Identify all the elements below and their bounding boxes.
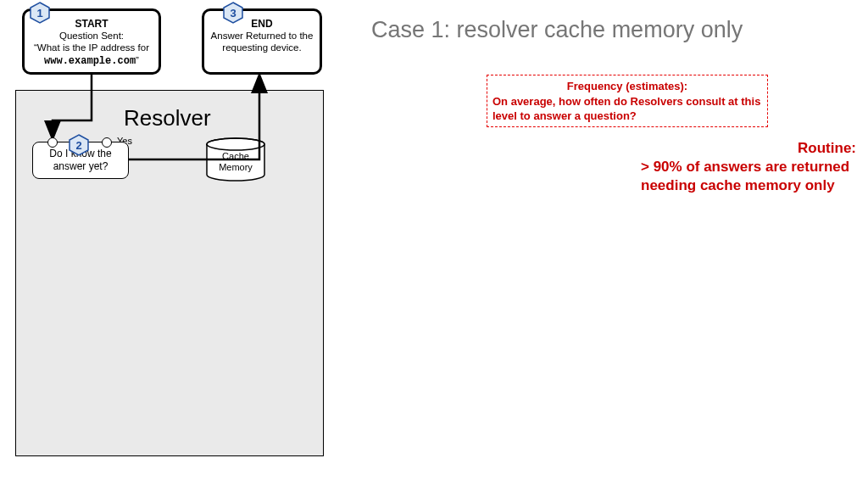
start-domain-line: www.example.com”	[30, 54, 153, 68]
frequency-title: Frequency (estimates):	[492, 79, 762, 94]
case-title: Case 1: resolver cache memory only	[371, 17, 743, 43]
connector-dot-left	[47, 137, 58, 148]
routine-line2: needing cache memory only	[641, 177, 835, 193]
start-quote-open: “What is the IP address for	[34, 42, 149, 53]
badge-3: 3	[222, 2, 244, 24]
end-line1: Answer Returned to the	[209, 30, 314, 42]
cache-line2: Memory	[219, 162, 253, 172]
cache-memory: Cache Memory	[205, 137, 266, 182]
decision-line2: answer yet?	[33, 160, 128, 173]
resolver-label: Resolver	[124, 105, 211, 131]
cache-text: Cache Memory	[205, 137, 266, 182]
end-node: END Answer Returned to the requesting de…	[202, 8, 322, 75]
frequency-box: Frequency (estimates): On average, how o…	[487, 75, 768, 127]
diagram-stage: START Question Sent: “What is the IP add…	[0, 0, 868, 486]
start-quote-close: ”	[136, 55, 139, 65]
end-line2: requesting device.	[209, 42, 314, 53]
routine-title: Routine:	[641, 139, 856, 158]
start-line1: Question Sent:	[30, 30, 153, 42]
connector-dot-right	[102, 137, 112, 148]
badge-3-number: 3	[222, 2, 244, 24]
routine-text: Routine: > 90% of answers are returned n…	[641, 139, 861, 195]
frequency-body: On average, how often do Resolvers consu…	[492, 94, 762, 124]
routine-line1: > 90% of answers are returned	[641, 159, 849, 175]
start-line2: “What is the IP address for	[30, 42, 153, 53]
badge-2-number: 2	[68, 134, 90, 156]
cache-line1: Cache	[222, 151, 249, 161]
badge-1-number: 1	[29, 2, 51, 24]
badge-2: 2	[68, 134, 90, 156]
badge-1: 1	[29, 2, 51, 24]
start-domain: www.example.com	[44, 55, 136, 67]
